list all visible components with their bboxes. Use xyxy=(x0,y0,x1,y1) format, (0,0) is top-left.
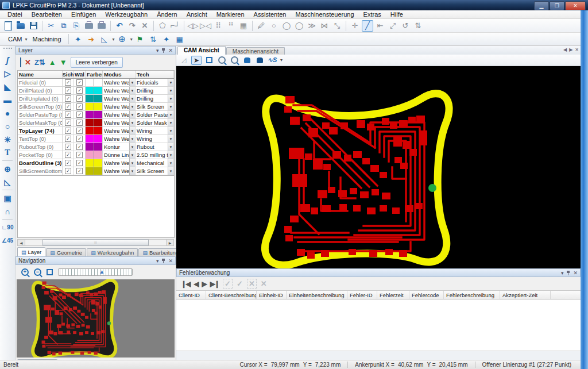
minimize-button[interactable]: ▁ xyxy=(534,1,549,10)
circle-large-icon[interactable]: ◯ xyxy=(293,20,305,32)
machine-icon[interactable]: ▦ xyxy=(174,33,185,45)
menu-item[interactable]: Bearbeiten xyxy=(28,10,66,19)
visible-checkbox[interactable]: ✓ xyxy=(65,112,71,118)
next-error-icon[interactable]: ▶ xyxy=(202,280,206,288)
zero-point-icon[interactable]: ⊕ xyxy=(117,33,128,45)
chevron-down-icon[interactable]: ▼ xyxy=(129,151,135,159)
delete-layer-icon[interactable]: ✕ xyxy=(25,58,31,67)
color-swatch-true-width[interactable] xyxy=(86,127,94,134)
pan-hand-icon[interactable] xyxy=(242,56,252,65)
color-swatch-outline[interactable] xyxy=(94,95,103,102)
color-swatch-outline[interactable] xyxy=(94,127,103,134)
visible-checkbox[interactable]: ✓ xyxy=(65,120,71,126)
chevron-down-icon[interactable]: ▼ xyxy=(129,119,135,126)
layer-mode-select[interactable]: Kontur▼ xyxy=(103,143,136,151)
convert-to-path-icon[interactable]: ▷◁ xyxy=(200,20,211,32)
layer-row[interactable]: SilkScreenTop (0) ✓ ✓ Wahre Weite▼ Silk … xyxy=(18,103,174,111)
dock-tab[interactable]: ▤ Werkzeugbahn xyxy=(87,248,138,256)
pin-icon[interactable] xyxy=(161,258,165,264)
visible-checkbox[interactable]: ✓ xyxy=(65,87,71,94)
layer-tech-select[interactable]: Wiring▼ xyxy=(136,127,174,134)
layer-horizontal-scrollbar[interactable]: ◀ ⁞⁞⁞ ▶ xyxy=(17,239,174,246)
layer-name[interactable]: RuboutTop (0) xyxy=(18,143,63,151)
scroll-left-icon[interactable]: ◀ xyxy=(18,240,25,245)
measure-y-icon[interactable]: ⇅ xyxy=(412,20,424,32)
visible-checkbox[interactable]: ✓ xyxy=(65,160,71,166)
layer-row[interactable]: SolderPasteTop (0) ✓ ✓ Wahre Weite▼ Sold… xyxy=(18,111,174,119)
chevron-down-icon[interactable]: ▼ xyxy=(168,167,173,175)
scrollbar-thumb[interactable]: ⁞⁞⁞ xyxy=(42,239,149,246)
view-tab[interactable]: Maschinenansicht xyxy=(226,47,285,55)
copy-icon[interactable]: ⧉ xyxy=(58,20,69,32)
chevron-down-icon[interactable]: ▼ xyxy=(129,79,135,86)
layer-row[interactable]: DrillPlated (0) ✓ ✓ Wahre Weite▼ Drillin… xyxy=(18,87,174,95)
chevron-down-icon[interactable]: ▼ xyxy=(168,119,173,126)
chevron-down-icon[interactable]: ▼ xyxy=(168,103,173,110)
sort-layers-icon[interactable]: Z⇅ xyxy=(34,58,45,67)
first-error-icon[interactable]: ❙◀ xyxy=(181,280,189,288)
color-swatch-outline[interactable] xyxy=(94,119,103,126)
pin-icon[interactable] xyxy=(566,270,570,276)
scroll-right-icon[interactable]: ▶ xyxy=(166,240,173,245)
rectangle-tool-icon[interactable]: ▬ xyxy=(1,93,14,106)
panel-menu-icon[interactable]: ▾ xyxy=(156,258,159,264)
zoom-fit-icon[interactable] xyxy=(204,56,214,65)
chevron-down-icon[interactable]: ▼ xyxy=(168,151,173,159)
chevron-down-icon[interactable]: ▼ xyxy=(168,79,173,86)
color-swatch-outline[interactable] xyxy=(94,79,103,86)
zoom-slider-thumb[interactable]: ▲ xyxy=(99,268,105,275)
visible-checkbox[interactable]: ✓ xyxy=(65,144,71,150)
zero-point-tool-icon[interactable]: ⊕ xyxy=(1,162,14,175)
menu-item[interactable]: Werkzeugbahn xyxy=(101,10,152,19)
group-icon[interactable]: ▦ xyxy=(238,20,249,32)
chevron-down-icon[interactable]: ▼ xyxy=(129,103,135,110)
lamp-icon[interactable]: ∩ xyxy=(1,205,14,218)
menu-item[interactable]: Ändern xyxy=(153,10,181,19)
selectable-checkbox[interactable]: ✓ xyxy=(76,144,83,150)
layer-row[interactable]: DrillUnplated (0) ✓ ✓ Wahre Weite▼ Drill… xyxy=(18,95,174,103)
layer-row[interactable]: SilkScreenBottom (0) ✓ ✓ Wahre Weite▼ Si… xyxy=(18,167,174,175)
dock-tab[interactable]: ▤ Layer xyxy=(17,247,45,256)
layer-name[interactable]: SolderMaskTop (0) xyxy=(18,119,63,126)
visible-checkbox[interactable]: ✓ xyxy=(65,152,71,158)
layer-tech-select[interactable]: 2.5D milling top▼ xyxy=(136,151,174,159)
tool-adjust-icon[interactable]: ⇅ xyxy=(148,33,159,45)
layer-mode-select[interactable]: Wahre Weite▼ xyxy=(103,87,136,94)
cut-icon[interactable]: ✂ xyxy=(45,20,57,32)
maximize-button[interactable]: ❐ xyxy=(550,1,564,10)
color-swatch-true-width[interactable] xyxy=(86,111,94,118)
col-header-name[interactable]: Name xyxy=(18,71,63,78)
zoom-slider[interactable]: ▲ xyxy=(58,268,133,276)
circle-tool-icon[interactable]: ○ xyxy=(1,120,14,133)
zoom-window-icon[interactable] xyxy=(229,56,239,65)
layer-tech-select[interactable]: Wiring▼ xyxy=(136,135,174,143)
convert-to-polygon-icon[interactable]: ◁▷ xyxy=(187,20,199,32)
layer-mode-select[interactable]: Wahre Weite▼ xyxy=(103,119,136,126)
layer-tech-select[interactable]: Silk Screen▼ xyxy=(136,103,174,110)
chevron-down-icon[interactable]: ▼ xyxy=(129,167,135,175)
marker-flag-icon[interactable]: ⚑ xyxy=(134,33,146,45)
delete-all-errors-icon[interactable]: ✕ xyxy=(261,279,267,288)
error-column-header[interactable]: Einheitenbeschreibung xyxy=(287,291,347,299)
error-column-header[interactable]: Fehlercode xyxy=(409,291,444,299)
error-column-header[interactable]: Fehlerzeit xyxy=(377,291,409,299)
layer-name[interactable]: SilkScreenBottom (0) xyxy=(18,167,63,175)
new-document-icon[interactable] xyxy=(2,20,14,32)
layer-mode-select[interactable]: Wahre Weite▼ xyxy=(103,111,136,118)
cam-mode-select[interactable]: CAM▾ xyxy=(5,35,30,43)
chevron-down-icon[interactable]: ▼ xyxy=(129,143,135,151)
layer-name[interactable]: DrillUnplated (0) xyxy=(18,95,63,102)
process-planning-icon[interactable]: ➜ xyxy=(86,33,97,45)
menu-item[interactable]: Extras xyxy=(359,10,385,19)
color-swatch-outline[interactable] xyxy=(94,103,103,110)
transform-icon[interactable]: ⤡ xyxy=(331,20,343,32)
chevron-down-icon[interactable]: ▼ xyxy=(168,143,173,151)
camera-view-icon[interactable]: ▣ xyxy=(1,191,14,205)
chevron-down-icon[interactable]: ▾ xyxy=(130,37,133,42)
layer-name[interactable]: TextTop (0) xyxy=(18,135,63,143)
color-swatch-outline[interactable] xyxy=(94,159,103,167)
layer-tech-select[interactable]: Drilling▼ xyxy=(136,95,174,102)
previous-error-icon[interactable]: ◀ xyxy=(194,280,198,288)
draw-line-tool-icon[interactable]: ╱ xyxy=(362,20,373,32)
error-column-header[interactable]: Einheit-ID xyxy=(257,291,287,299)
